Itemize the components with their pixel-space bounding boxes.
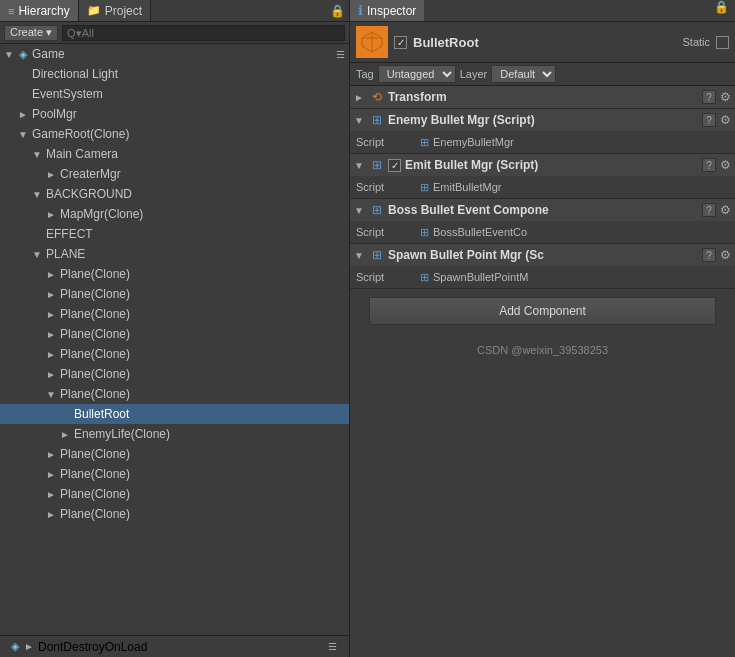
plane-clone-8-label: Plane(Clone) xyxy=(60,447,130,461)
emit-bullet-mgr-checkbox[interactable] xyxy=(388,159,401,172)
boss-bullet-event-arrow xyxy=(354,205,366,216)
directional-light-label: Directional Light xyxy=(32,67,118,81)
creatormgr-label: CreaterMgr xyxy=(60,167,121,181)
boss-bullet-event-help-button[interactable]: ? xyxy=(702,203,716,217)
enemylife-label: EnemyLife(Clone) xyxy=(74,427,170,441)
game-object-icon: ◈ xyxy=(16,47,30,61)
inspector-info-icon: ℹ xyxy=(358,3,363,18)
hierarchy-item-eventsystem[interactable]: EventSystem xyxy=(0,84,349,104)
enemy-bullet-mgr-title: Enemy Bullet Mgr (Script) xyxy=(388,113,698,127)
arrow-plane-clone-9 xyxy=(46,469,58,480)
boss-bullet-event-script-row: Script ⊞ BossBulletEventCo xyxy=(356,223,729,241)
search-input[interactable] xyxy=(62,25,345,41)
transform-help-button[interactable]: ? xyxy=(702,90,716,104)
spawn-bullet-point-title: Spawn Bullet Point Mgr (Sc xyxy=(388,248,698,262)
spawn-bullet-point-help-button[interactable]: ? xyxy=(702,248,716,262)
enemy-bullet-mgr-body: Script ⊞ EnemyBulletMgr xyxy=(350,131,735,153)
effect-label: EFFECT xyxy=(46,227,93,241)
component-boss-bullet-event-header[interactable]: ⊞ Boss Bullet Event Compone ? ⚙ xyxy=(350,199,735,221)
arrow-main-camera xyxy=(32,149,44,160)
add-component-button[interactable]: Add Component xyxy=(369,297,716,325)
hierarchy-bottom-bar: ◈ DontDestroyOnLoad ☰ xyxy=(0,635,349,657)
component-transform-header[interactable]: ⟲ Transform ? ⚙ xyxy=(350,86,735,108)
component-enemy-bullet-mgr-header[interactable]: ⊞ Enemy Bullet Mgr (Script) ? ⚙ xyxy=(350,109,735,131)
arrow-plane-clone-10 xyxy=(46,489,58,500)
arrow-creatormgr xyxy=(46,169,58,180)
emit-bullet-mgr-menu-button[interactable]: ⚙ xyxy=(720,158,731,172)
hierarchy-content: ◈ Game ☰ Directional Light EventSystem P… xyxy=(0,44,349,635)
object-active-checkbox[interactable] xyxy=(394,36,407,49)
hierarchy-item-plane-clone-9[interactable]: Plane(Clone) xyxy=(0,464,349,484)
tab-hierarchy[interactable]: ≡ Hierarchy xyxy=(0,0,79,21)
hierarchy-item-directional-light[interactable]: Directional Light xyxy=(0,64,349,84)
hierarchy-item-plane-clone-11[interactable]: Plane(Clone) xyxy=(0,504,349,524)
plane-clone-5-label: Plane(Clone) xyxy=(60,347,130,361)
component-emit-bullet-mgr-header[interactable]: ⊞ Emit Bullet Mgr (Script) ? ⚙ xyxy=(350,154,735,176)
hierarchy-item-plane-clone-5[interactable]: Plane(Clone) xyxy=(0,344,349,364)
hierarchy-item-plane-clone-8[interactable]: Plane(Clone) xyxy=(0,444,349,464)
tab-inspector[interactable]: ℹ Inspector xyxy=(350,0,424,21)
enemy-bullet-mgr-help-button[interactable]: ? xyxy=(702,113,716,127)
hierarchy-item-poolmgr[interactable]: PoolMgr xyxy=(0,104,349,124)
enemy-bullet-mgr-script-value: EnemyBulletMgr xyxy=(433,136,514,148)
project-icon: 📁 xyxy=(87,4,101,17)
hierarchy-item-main-camera[interactable]: Main Camera xyxy=(0,144,349,164)
emit-bullet-mgr-icon: ⊞ xyxy=(370,158,384,172)
tag-layer-row: Tag Untagged Layer Default xyxy=(350,63,735,86)
hierarchy-item-plane-clone-6[interactable]: Plane(Clone) xyxy=(0,364,349,384)
inspector-header: BulletRoot Static xyxy=(350,22,735,63)
emit-bullet-mgr-help-button[interactable]: ? xyxy=(702,158,716,172)
hierarchy-item-plane-clone-7[interactable]: Plane(Clone) xyxy=(0,384,349,404)
hierarchy-item-plane-clone-4[interactable]: Plane(Clone) xyxy=(0,324,349,344)
boss-bullet-event-title: Boss Bullet Event Compone xyxy=(388,203,698,217)
hierarchy-item-gameroot[interactable]: GameRoot(Clone) xyxy=(0,124,349,144)
hierarchy-item-plane-clone-3[interactable]: Plane(Clone) xyxy=(0,304,349,324)
tab-project[interactable]: 📁 Project xyxy=(79,0,151,21)
arrow-plane-clone-3 xyxy=(46,309,58,320)
transform-arrow xyxy=(354,92,366,103)
emit-bullet-mgr-arrow xyxy=(354,160,366,171)
enemy-bullet-mgr-icon: ⊞ xyxy=(370,113,384,127)
hierarchy-item-plane-clone-2[interactable]: Plane(Clone) xyxy=(0,284,349,304)
spawn-bullet-point-arrow xyxy=(354,250,366,261)
arrow-poolmgr xyxy=(18,109,30,120)
arrow-plane-clone-6 xyxy=(46,369,58,380)
plane-clone-10-label: Plane(Clone) xyxy=(60,487,130,501)
spawn-bullet-point-body: Script ⊞ SpawnBulletPointM xyxy=(350,266,735,288)
component-emit-bullet-mgr: ⊞ Emit Bullet Mgr (Script) ? ⚙ Script ⊞ … xyxy=(350,154,735,199)
tag-select[interactable]: Untagged xyxy=(378,65,456,83)
arrow-plane xyxy=(32,249,44,260)
left-panel: ≡ Hierarchy 📁 Project 🔒 Create ▾ ◈ Game … xyxy=(0,0,350,657)
hierarchy-item-enemylife[interactable]: EnemyLife(Clone) xyxy=(0,424,349,444)
hierarchy-menu-icon[interactable]: ☰ xyxy=(336,49,349,60)
main-camera-label: Main Camera xyxy=(46,147,118,161)
arrow-plane-clone-1 xyxy=(46,269,58,280)
create-button[interactable]: Create ▾ xyxy=(4,25,58,41)
hierarchy-item-plane-clone-1[interactable]: Plane(Clone) xyxy=(0,264,349,284)
poolmgr-label: PoolMgr xyxy=(32,107,77,121)
arrow-background xyxy=(32,189,44,200)
boss-bullet-event-menu-button[interactable]: ⚙ xyxy=(720,203,731,217)
hierarchy-item-plane-clone-10[interactable]: Plane(Clone) xyxy=(0,484,349,504)
spawn-bullet-point-script-label: Script xyxy=(356,271,416,283)
layer-select[interactable]: Default xyxy=(491,65,556,83)
hierarchy-item-plane[interactable]: PLANE xyxy=(0,244,349,264)
arrow-plane-clone-8 xyxy=(46,449,58,460)
transform-menu-button[interactable]: ⚙ xyxy=(720,90,731,104)
hierarchy-item-effect[interactable]: EFFECT xyxy=(0,224,349,244)
enemy-bullet-mgr-menu-button[interactable]: ⚙ xyxy=(720,113,731,127)
hierarchy-item-bulletroot[interactable]: BulletRoot xyxy=(0,404,349,424)
inspector-lock-icon[interactable]: 🔒 xyxy=(708,0,735,21)
hierarchy-item-mapmgr[interactable]: MapMgr(Clone) xyxy=(0,204,349,224)
hierarchy-item-background[interactable]: BACKGROUND xyxy=(0,184,349,204)
spawn-bullet-point-script-row: Script ⊞ SpawnBulletPointM xyxy=(356,268,729,286)
spawn-bullet-point-menu-button[interactable]: ⚙ xyxy=(720,248,731,262)
hierarchy-lock-button[interactable]: 🔒 xyxy=(326,0,349,21)
transform-icon: ⟲ xyxy=(370,90,384,104)
hierarchy-toolbar: Create ▾ xyxy=(0,22,349,44)
component-spawn-bullet-point-header[interactable]: ⊞ Spawn Bullet Point Mgr (Sc ? ⚙ xyxy=(350,244,735,266)
hierarchy-item-game[interactable]: ◈ Game ☰ xyxy=(0,44,349,64)
static-checkbox[interactable] xyxy=(716,36,729,49)
hierarchy-item-creatormgr[interactable]: CreaterMgr xyxy=(0,164,349,184)
bottom-menu-icon[interactable]: ☰ xyxy=(328,641,341,652)
